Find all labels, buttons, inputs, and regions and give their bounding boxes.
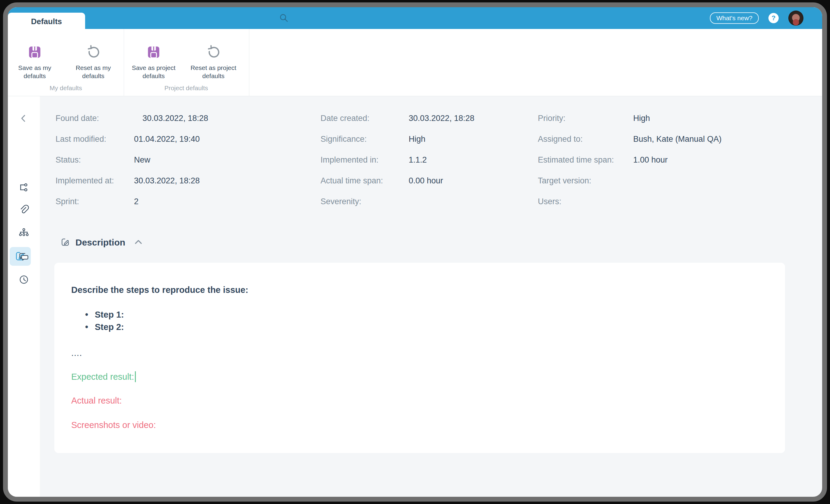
field-row: Last modified:01.04.2022, 19:40	[56, 129, 208, 149]
content-area: Found date:30.03.2022, 18:28 Last modifi…	[40, 96, 822, 497]
field-label: Sprint:	[56, 197, 134, 206]
field-row: Priority:High	[538, 108, 722, 129]
editor-heading: Describe the steps to reproduce the issu…	[71, 284, 767, 295]
ribbon-group-divider	[249, 29, 249, 96]
field-row: Found date:30.03.2022, 18:28	[56, 108, 208, 129]
field-row: Users:	[538, 191, 722, 212]
field-value[interactable]: 2	[134, 197, 138, 206]
field-label: Last modified:	[56, 135, 134, 144]
paperclip-icon	[18, 204, 30, 216]
field-row: Implemented in:1.1.2	[321, 149, 475, 170]
field-label: Date created:	[321, 114, 409, 123]
field-row: Significance:High	[321, 129, 475, 149]
field-column-1: Found date:30.03.2022, 18:28 Last modifi…	[56, 108, 208, 212]
sidebar-item-comments[interactable]	[13, 248, 35, 266]
reset-icon	[86, 45, 101, 60]
description-section-header: Description	[61, 236, 144, 248]
save-as-project-defaults-button[interactable]: Save as project defaults	[125, 29, 182, 86]
ribbon: Save as my defaults Reset as my defaults	[8, 29, 822, 96]
expected-result-text: Expected result:	[71, 372, 134, 382]
field-value[interactable]: High	[633, 114, 650, 123]
button-label: Reset as my defaults	[66, 64, 120, 80]
field-row: Severenity:	[321, 191, 475, 212]
back-chevron-icon[interactable]	[13, 109, 35, 127]
field-row: Actual time span:0.00 hour	[321, 170, 475, 191]
field-value[interactable]: New	[134, 155, 150, 165]
sidebar-item-sitemap[interactable]	[13, 224, 35, 242]
save-icon	[27, 45, 42, 60]
editor-dots: ....	[71, 344, 767, 362]
editor-screenshots: Screenshots or video:	[71, 416, 767, 434]
field-label: Assigned to:	[538, 135, 633, 144]
field-row: Date created:30.03.2022, 18:28	[321, 108, 475, 129]
field-value[interactable]: 01.04.2022, 19:40	[134, 135, 200, 144]
main-area: Found date:30.03.2022, 18:28 Last modifi…	[8, 96, 822, 497]
field-row: Status:New	[56, 149, 208, 170]
top-bar: What's new? ?	[8, 7, 822, 29]
whats-new-button[interactable]: What's new?	[710, 12, 759, 24]
field-label: Actual time span:	[321, 176, 409, 186]
sidebar-item-branch[interactable]	[13, 179, 35, 197]
field-value[interactable]: High	[409, 135, 425, 144]
field-label: Estimated time span:	[538, 155, 633, 165]
ribbon-group-label: Project defaults	[141, 85, 231, 92]
help-button[interactable]: ?	[768, 13, 779, 23]
tab-label: Defaults	[31, 17, 62, 26]
reset-as-project-defaults-button[interactable]: Reset as project defaults	[185, 29, 242, 86]
sidebar-item-attachments[interactable]	[13, 201, 35, 219]
chevron-up-icon[interactable]	[132, 238, 144, 247]
search-icon[interactable]	[278, 12, 290, 25]
edit-icon	[61, 237, 70, 248]
clock-icon	[19, 274, 29, 286]
button-label: Save as my defaults	[8, 64, 62, 80]
editor-step: Step 1:	[85, 308, 767, 321]
field-row: Implemented at:30.03.2022, 18:28	[56, 170, 208, 191]
topbar-actions: What's new? ?	[710, 7, 803, 29]
ribbon-group-divider	[124, 29, 124, 96]
field-row: Sprint:2	[56, 191, 208, 212]
field-column-3: Priority:High Assigned to:Bush, Kate (Ma…	[538, 108, 722, 212]
description-editor[interactable]: Describe the steps to reproduce the issu…	[54, 263, 785, 453]
user-avatar[interactable]	[788, 10, 803, 26]
editor-actual-result: Actual result:	[71, 392, 767, 410]
tab-defaults[interactable]: Defaults	[8, 13, 85, 30]
sitemap-icon	[19, 227, 29, 239]
field-value[interactable]: 30.03.2022, 18:28	[409, 114, 475, 123]
field-value[interactable]: 30.03.2022, 18:28	[134, 176, 200, 186]
field-label: Users:	[538, 197, 633, 206]
field-row: Target version:	[538, 170, 722, 191]
editor-step-list: Step 1: Step 2:	[71, 308, 767, 333]
text-cursor	[135, 371, 136, 382]
field-row: Estimated time span:1.00 hour	[538, 149, 722, 170]
field-column-2: Date created:30.03.2022, 18:28 Significa…	[321, 108, 475, 212]
field-value[interactable]: 0.00 hour	[409, 176, 443, 186]
sidebar-item-history[interactable]	[13, 271, 35, 289]
field-label: Implemented in:	[321, 155, 409, 165]
app-window: What's new? ? Defaults Save as my defaul…	[3, 2, 827, 502]
field-label: Significance:	[321, 135, 409, 144]
field-row: Assigned to:Bush, Kate (Manual QA)	[538, 129, 722, 149]
save-as-my-defaults-button[interactable]: Save as my defaults	[6, 29, 63, 86]
field-label: Priority:	[538, 114, 633, 123]
editor-expected-result: Expected result:	[71, 368, 767, 386]
field-label: Found date:	[56, 114, 134, 123]
button-label: Save as project defaults	[127, 64, 181, 80]
field-label: Target version:	[538, 176, 633, 186]
reset-as-my-defaults-button[interactable]: Reset as my defaults	[65, 29, 122, 86]
field-label: Status:	[56, 155, 134, 165]
description-title: Description	[75, 237, 125, 248]
field-value[interactable]: Bush, Kate (Manual QA)	[633, 135, 722, 144]
ribbon-group-label: My defaults	[21, 85, 111, 92]
field-label: Implemented at:	[56, 176, 134, 186]
field-value[interactable]: 30.03.2022, 18:28	[142, 114, 208, 123]
button-label: Reset as project defaults	[187, 64, 240, 80]
field-value[interactable]: 1.00 hour	[633, 155, 668, 165]
sidebar	[8, 96, 40, 497]
field-label: Severenity:	[321, 197, 409, 206]
field-value[interactable]: 1.1.2	[409, 155, 427, 165]
reset-icon	[206, 45, 221, 60]
save-icon	[146, 45, 161, 60]
branch-icon	[19, 182, 29, 194]
editor-step: Step 2:	[85, 321, 767, 333]
comments-icon	[19, 251, 29, 263]
